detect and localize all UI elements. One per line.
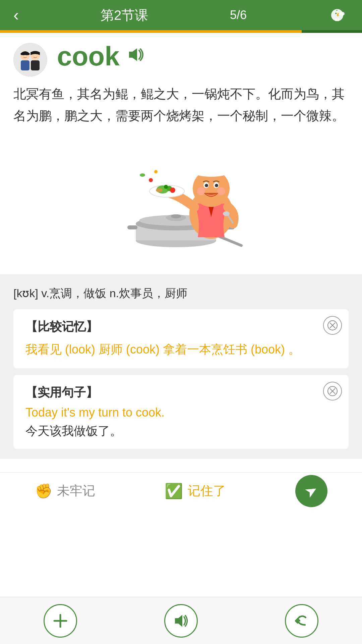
svg-point-37 xyxy=(170,187,175,193)
chinese-paragraph: 北冥有鱼，其名为鲲，鲲之大，一锅炖不下。化而为鸟，其名为鹏，鹏之大，需要两个烧烤… xyxy=(13,83,349,126)
word-title-row: cook xyxy=(57,43,349,70)
dictionary-section: [kʊk] v.烹调，做饭 n.炊事员，厨师 【比较记忆】 我看见 (look)… xyxy=(0,274,362,459)
chef-illustration xyxy=(117,143,245,264)
svg-rect-26 xyxy=(201,153,221,173)
word-content: cook xyxy=(57,43,349,76)
coin-button[interactable]: ¥ xyxy=(328,5,349,25)
svg-text:¥: ¥ xyxy=(337,12,339,17)
svg-rect-12 xyxy=(31,60,40,70)
sentence-box-icon[interactable] xyxy=(323,382,342,400)
progress-bar-fill xyxy=(0,30,302,33)
word-heading: cook xyxy=(57,43,120,70)
sound-button[interactable] xyxy=(126,46,144,66)
svg-point-30 xyxy=(215,184,218,187)
svg-point-18 xyxy=(171,214,181,218)
svg-rect-3 xyxy=(335,18,337,21)
unfamiliar-label: 未牢记 xyxy=(57,482,95,499)
back-nav-button[interactable] xyxy=(285,604,318,638)
sentence-english: Today it's my turn to cook. xyxy=(25,406,337,420)
svg-point-43 xyxy=(223,211,230,216)
telescope-icon xyxy=(327,320,338,331)
avatar xyxy=(13,43,47,76)
svg-point-40 xyxy=(140,173,145,177)
unfamiliar-button[interactable]: ✊ 未牢记 xyxy=(35,482,95,499)
sentence-title: 【实用句子】 xyxy=(25,384,337,401)
couple-avatar-svg xyxy=(13,43,47,76)
svg-point-31 xyxy=(197,187,205,195)
svg-point-29 xyxy=(205,184,208,187)
bottom-nav xyxy=(0,597,362,644)
arrow-back-icon xyxy=(293,612,310,630)
lesson-title: 第2节课 xyxy=(101,6,148,24)
piggy-bank-icon: ¥ xyxy=(329,6,348,24)
main-content: cook 北冥有鱼，其名为鲲，鲲之大，一锅炖不下。化而为鸟，其名为鹏，鹏之大，需… xyxy=(0,33,362,630)
back-button[interactable]: ‹ xyxy=(13,7,19,23)
svg-point-36 xyxy=(164,185,168,189)
familiar-button[interactable]: ✅ 记住了 xyxy=(165,482,226,500)
send-button[interactable]: ➤ xyxy=(295,475,327,507)
header: ‹ 第2节课 5/6 ¥ xyxy=(0,0,362,30)
illustration-area xyxy=(0,137,362,274)
familiar-label: 记住了 xyxy=(188,482,226,499)
progress-bar-container xyxy=(0,30,362,33)
check-circle-icon: ✅ xyxy=(165,482,183,500)
sound-nav-button[interactable] xyxy=(164,604,198,638)
paper-plane-icon: ➤ xyxy=(302,480,321,501)
memory-title: 【比较记忆】 xyxy=(25,319,337,335)
memory-box: 【比较记忆】 我看见 (look) 厨师 (cook) 拿着一本烹饪书 (boo… xyxy=(13,309,349,369)
svg-point-41 xyxy=(154,170,158,173)
svg-point-38 xyxy=(156,188,163,192)
sentence-chinese: 今天该我做饭了。 xyxy=(25,423,337,439)
speaker-icon xyxy=(126,47,144,62)
svg-rect-4 xyxy=(338,18,339,21)
svg-rect-19 xyxy=(127,225,137,229)
add-button[interactable] xyxy=(44,604,77,638)
fist-icon: ✊ xyxy=(35,483,52,499)
progress-indicator: 5/6 xyxy=(230,8,247,22)
sentence-box: 【实用句子】 Today it's my turn to cook. 今天该我做… xyxy=(13,375,349,449)
pronunciation: [kʊk] v.烹调，做饭 n.炊事员，厨师 xyxy=(13,284,349,302)
svg-point-8 xyxy=(13,43,47,76)
memory-content: 我看见 (look) 厨师 (cook) 拿着一本烹饪书 (book) 。 xyxy=(25,340,337,359)
svg-rect-10 xyxy=(21,60,29,70)
telescope-icon-2 xyxy=(327,386,338,396)
svg-point-32 xyxy=(217,187,225,195)
word-section: cook xyxy=(0,33,362,83)
svg-point-1 xyxy=(339,12,345,16)
speaker-nav-icon xyxy=(172,613,190,629)
svg-point-39 xyxy=(149,178,153,182)
plus-icon xyxy=(52,612,69,630)
memory-box-icon[interactable] xyxy=(323,316,342,335)
svg-rect-6 xyxy=(336,10,338,11)
action-bar: ✊ 未牢记 ✅ 记住了 ➤ xyxy=(0,472,362,509)
